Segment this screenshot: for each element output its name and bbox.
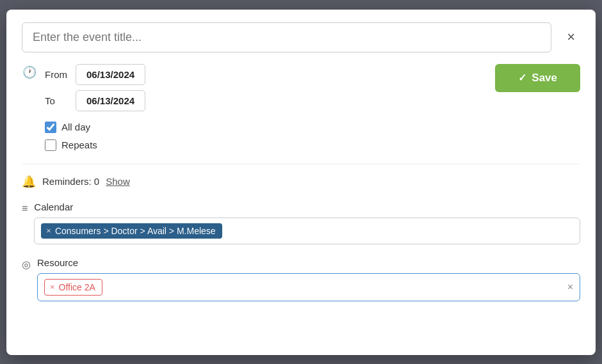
close-button[interactable]: × [562,28,580,47]
modal-body: 🕐 From 06/13/2024 To 06/13/2024 ✓ Save [22,64,580,301]
top-row-left: 🕐 From 06/13/2024 To 06/13/2024 [22,64,495,111]
repeats-checkbox-row[interactable]: Repeats [45,139,580,151]
resource-label: Resource [37,257,580,268]
resource-section: ◎ Resource × Office 2A × [22,257,580,301]
save-checkmark-icon: ✓ [518,72,526,84]
to-label: To [45,95,68,106]
calendar-tag-remove[interactable]: × [46,226,51,235]
event-modal: × 🕐 From 06/13/2024 To 06/13/2024 [6,10,596,355]
calendar-label: Calendar [34,202,580,212]
clock-icon: 🕐 [22,65,37,79]
allday-checkbox-row[interactable]: All day [45,122,580,133]
resource-tag-input[interactable]: × Office 2A × [37,273,580,301]
from-label: From [45,69,68,80]
event-title-input[interactable] [22,22,551,52]
reminders-show-button[interactable]: Show [106,176,130,187]
calendar-tag-text: Consumers > Doctor > Avail > M.Melese [55,226,216,236]
allday-checkbox[interactable] [45,122,56,133]
to-date-button[interactable]: 06/13/2024 [76,90,145,111]
to-row: To 06/13/2024 [45,90,145,111]
resource-tag-remove[interactable]: × [50,282,55,292]
repeats-label: Repeats [61,139,97,150]
calendar-content: Calendar × Consumers > Doctor > Avail > … [34,202,580,244]
top-row: 🕐 From 06/13/2024 To 06/13/2024 ✓ Save [22,64,580,111]
datetime-fields: From 06/13/2024 To 06/13/2024 [45,64,145,111]
save-label: Save [532,72,557,84]
resource-radio-icon: ◎ [22,258,31,271]
reminders-count-label: Reminders: 0 [42,176,99,187]
from-row: From 06/13/2024 [45,64,145,85]
resource-clear-button[interactable]: × [567,281,573,293]
bell-icon: 🔔 [22,175,36,189]
calendar-tag: × Consumers > Doctor > Avail > M.Melese [41,223,222,239]
save-button[interactable]: ✓ Save [495,64,580,92]
calendar-tag-input[interactable]: × Consumers > Doctor > Avail > M.Melese [34,218,580,244]
modal-header: × [22,22,580,52]
calendar-list-icon: ≡ [22,203,28,214]
repeats-checkbox[interactable] [45,139,56,151]
resource-content: Resource × Office 2A × [37,257,580,301]
allday-label: All day [61,122,90,132]
resource-tag: × Office 2A [44,279,102,296]
resource-tag-text: Office 2A [59,282,95,292]
checkbox-section: All day Repeats [45,122,580,151]
calendar-section: ≡ Calendar × Consumers > Doctor > Avail … [22,202,580,244]
from-date-button[interactable]: 06/13/2024 [76,64,145,85]
reminders-section: 🔔 Reminders: 0 Show [22,164,580,189]
